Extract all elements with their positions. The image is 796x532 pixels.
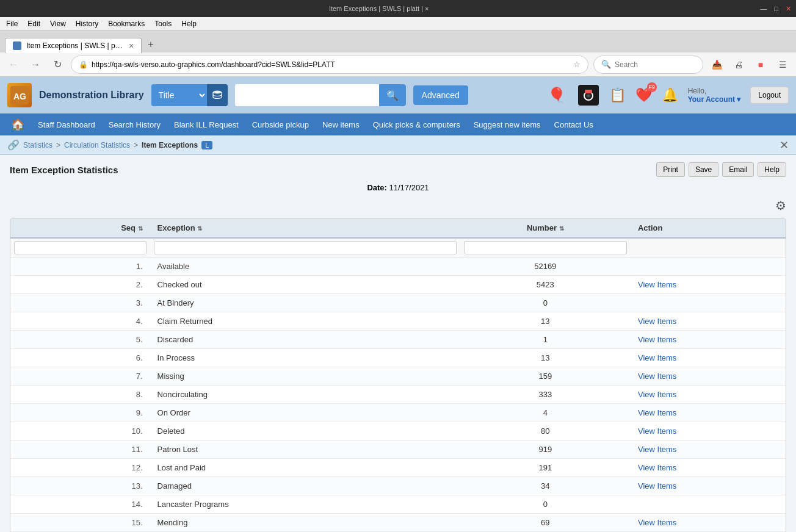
nav-contact[interactable]: Contact Us bbox=[548, 117, 599, 133]
nav-home[interactable]: 🏠 bbox=[5, 114, 31, 135]
view-items-link[interactable]: View Items bbox=[638, 426, 676, 436]
cell-exception: Available bbox=[150, 257, 460, 276]
search-type-select[interactable]: Title Author Subject Keyword bbox=[151, 84, 228, 106]
view-items-link[interactable]: View Items bbox=[638, 280, 676, 289]
filter-seq-input[interactable] bbox=[14, 241, 147, 254]
breadcrumb-bar: 🔗 Statistics > Circulation Statistics > … bbox=[0, 135, 796, 155]
col-action: Action bbox=[631, 218, 786, 238]
tab-label: Item Exceptions | SWLS | platt | bbox=[26, 41, 124, 50]
breadcrumb-badge: L bbox=[201, 141, 212, 149]
view-items-link[interactable]: View Items bbox=[638, 481, 676, 491]
database-icon bbox=[207, 84, 228, 106]
menu-history[interactable]: History bbox=[72, 18, 102, 29]
cell-seq: 1. bbox=[10, 257, 150, 276]
cell-exception: In Process bbox=[150, 349, 460, 367]
help-button[interactable]: Help bbox=[758, 162, 786, 177]
nav-search-history[interactable]: Search History bbox=[103, 117, 167, 133]
menu-bookmarks[interactable]: Bookmarks bbox=[104, 18, 148, 29]
secure-icon: 🔒 bbox=[79, 60, 88, 69]
account-link[interactable]: Your Account ▾ bbox=[688, 95, 741, 104]
menu-file[interactable]: File bbox=[2, 18, 21, 29]
nav-staff-dashboard[interactable]: Staff Dashboard bbox=[32, 117, 101, 133]
breadcrumb-circulation[interactable]: Circulation Statistics bbox=[64, 141, 130, 149]
new-tab-button[interactable]: + bbox=[142, 37, 159, 52]
camera-icon[interactable] bbox=[577, 84, 599, 106]
breadcrumb-statistics[interactable]: Statistics bbox=[23, 141, 52, 149]
view-items-link[interactable]: View Items bbox=[638, 445, 676, 454]
search-type-dropdown[interactable]: Title Author Subject Keyword bbox=[151, 84, 207, 106]
cell-number: 4 bbox=[460, 404, 631, 422]
address-input[interactable] bbox=[92, 60, 570, 69]
menu-icon[interactable]: ☰ bbox=[774, 56, 791, 73]
cell-seq: 13. bbox=[10, 477, 150, 495]
view-items-link[interactable]: View Items bbox=[638, 390, 676, 399]
menu-edit[interactable]: Edit bbox=[24, 18, 44, 29]
cell-exception: Damaged bbox=[150, 477, 460, 495]
settings-icon[interactable]: ⚙ bbox=[775, 198, 786, 213]
advanced-search-button[interactable]: Advanced bbox=[413, 85, 468, 105]
notification-icon[interactable]: 🔔 bbox=[662, 87, 678, 103]
main-search-input[interactable] bbox=[235, 84, 379, 106]
bookmark-icon[interactable]: ☆ bbox=[573, 60, 581, 69]
window-minimize[interactable]: — bbox=[760, 5, 767, 12]
balloon-icon[interactable]: 🎈 bbox=[546, 84, 568, 106]
col-exception: Exception ⇅ bbox=[150, 218, 460, 238]
view-items-link[interactable]: View Items bbox=[638, 408, 676, 417]
tab-favicon bbox=[13, 41, 21, 50]
view-items-link[interactable]: View Items bbox=[638, 317, 676, 326]
data-table-container: Seq ⇅ Exception ⇅ Number ⇅ Action bbox=[10, 218, 786, 532]
cell-number: 13 bbox=[460, 349, 631, 367]
table-row: 12.Lost and Paid191View Items bbox=[10, 459, 786, 477]
cell-exception: At Bindery bbox=[150, 294, 460, 312]
view-items-link[interactable]: View Items bbox=[638, 372, 676, 381]
filter-exception-input[interactable] bbox=[154, 241, 457, 254]
nav-curbside[interactable]: Curbside pickup bbox=[246, 117, 315, 133]
window-close[interactable]: ✕ bbox=[786, 5, 791, 13]
nav-blank-ill[interactable]: Blank ILL Request bbox=[168, 117, 245, 133]
search-button[interactable]: 🔍 bbox=[379, 84, 406, 106]
search-bar-wrapper: 🔍 bbox=[593, 56, 703, 74]
browser-tab-active[interactable]: Item Exceptions | SWLS | platt | × bbox=[5, 38, 142, 53]
nav-new-items[interactable]: New items bbox=[316, 117, 366, 133]
number-sort-icon[interactable]: ⇅ bbox=[559, 225, 564, 232]
print-icon[interactable]: 🖨 bbox=[730, 56, 747, 73]
tab-close-button[interactable]: × bbox=[129, 41, 134, 51]
cell-action bbox=[631, 257, 786, 276]
cell-action: View Items bbox=[631, 331, 786, 349]
filter-number-input[interactable] bbox=[464, 241, 627, 254]
view-items-link[interactable]: View Items bbox=[638, 518, 676, 527]
exception-sort-icon[interactable]: ⇅ bbox=[197, 225, 202, 232]
view-items-link[interactable]: View Items bbox=[638, 353, 676, 362]
view-items-link[interactable]: View Items bbox=[638, 335, 676, 344]
browser-search-input[interactable] bbox=[615, 60, 706, 69]
cell-exception: Discarded bbox=[150, 331, 460, 349]
close-button[interactable]: ✕ bbox=[780, 138, 789, 152]
reload-button[interactable]: ↻ bbox=[49, 56, 66, 73]
nav-quick-picks[interactable]: Quick picks & computers bbox=[367, 117, 466, 133]
cell-seq: 4. bbox=[10, 312, 150, 331]
window-maximize[interactable]: □ bbox=[774, 5, 778, 12]
forward-button[interactable]: → bbox=[27, 56, 44, 73]
pocket-icon[interactable]: 📥 bbox=[708, 56, 725, 73]
list-icon[interactable]: 📋 bbox=[609, 87, 626, 103]
wishlist-icon[interactable]: ❤️ F9 bbox=[635, 87, 652, 103]
cell-seq: 12. bbox=[10, 459, 150, 477]
seq-sort-icon[interactable]: ⇅ bbox=[138, 225, 143, 232]
view-items-link[interactable]: View Items bbox=[638, 463, 676, 472]
cell-exception: On Order bbox=[150, 404, 460, 422]
cell-number: 69 bbox=[460, 514, 631, 532]
logout-button[interactable]: Logout bbox=[750, 87, 789, 104]
extension-icon[interactable]: ■ bbox=[752, 56, 769, 73]
cell-number: 5423 bbox=[460, 276, 631, 294]
print-button[interactable]: Print bbox=[656, 162, 685, 177]
menu-help[interactable]: Help bbox=[178, 18, 200, 29]
back-button[interactable]: ← bbox=[5, 56, 22, 73]
menu-view[interactable]: View bbox=[46, 18, 70, 29]
menu-tools[interactable]: Tools bbox=[151, 18, 175, 29]
cell-action: View Items bbox=[631, 404, 786, 422]
email-button[interactable]: Email bbox=[722, 162, 754, 177]
breadcrumb-sep-2: > bbox=[134, 141, 138, 149]
save-button[interactable]: Save bbox=[689, 162, 718, 177]
nav-suggest[interactable]: Suggest new items bbox=[468, 117, 547, 133]
svg-text:AG: AG bbox=[13, 92, 26, 101]
